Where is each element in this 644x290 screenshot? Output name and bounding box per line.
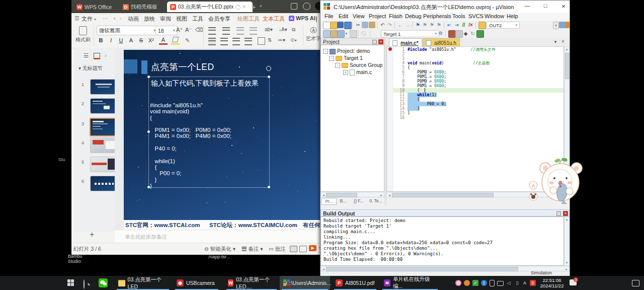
- menu-view[interactable]: 视图: [176, 15, 187, 23]
- find-in-files-icon[interactable]: [478, 22, 486, 29]
- rebuild-all-icon[interactable]: [337, 30, 345, 38]
- hamburger-icon[interactable]: ☰: [74, 15, 79, 22]
- new-tab-button[interactable]: ＋: [251, 3, 257, 12]
- wps-home-tab[interactable]: W WPS Office: [73, 2, 122, 12]
- code-line[interactable]: 12 {: [393, 97, 564, 102]
- navigate-back-icon[interactable]: ←: [397, 22, 404, 28]
- save-all-icon[interactable]: [344, 22, 352, 29]
- code-line[interactable]: 6 P0M0 = 0X00;: [393, 70, 564, 75]
- menu-slideshow[interactable]: 放映: [144, 15, 155, 23]
- restore-window-icon[interactable]: [291, 3, 297, 10]
- manage-target-icon[interactable]: ⚙: [437, 30, 444, 37]
- desktop-icon-label[interactable]: Bambu Studio: [68, 254, 83, 264]
- menu-tools[interactable]: 工具: [192, 15, 203, 23]
- code-line[interactable]: 5{: [393, 65, 564, 70]
- columns-icon[interactable]: ⧉: [292, 27, 295, 33]
- bookmark-next-icon[interactable]: ⚑: [429, 22, 435, 28]
- editor-close-icon[interactable]: ×: [561, 39, 565, 44]
- search-text-combo[interactable]: OUT2▾: [487, 22, 520, 29]
- tab-templates[interactable]: 0. Te...: [368, 198, 384, 204]
- slide-title[interactable]: 点亮第一个LED: [151, 61, 214, 73]
- decrease-font-icon[interactable]: A⁻: [185, 27, 192, 33]
- rotate-handle[interactable]: [266, 66, 271, 71]
- build-icon[interactable]: [330, 30, 338, 38]
- batch-build-caret[interactable]: ▾: [344, 30, 349, 37]
- taskbar-search-icon[interactable]: [84, 280, 85, 289]
- tray-usb-icon[interactable]: [490, 280, 495, 286]
- justify-icon[interactable]: [245, 38, 252, 45]
- skin-globe-icon[interactable]: [303, 3, 310, 10]
- copy-icon[interactable]: [362, 22, 368, 28]
- tray-volume-icon[interactable]: ◁: [506, 280, 512, 286]
- code-line[interactable]: 10 {: [393, 88, 564, 93]
- menu-more-icon[interactable]: ⋯: [103, 15, 108, 22]
- menu-drawing-tools[interactable]: 绘图工具: [237, 15, 260, 23]
- tree-item-main-c[interactable]: +main.c: [343, 69, 372, 76]
- strikethrough-button[interactable]: S: [137, 36, 145, 45]
- tab-books[interactable]: B...: [337, 198, 349, 204]
- open-file-icon[interactable]: [330, 22, 338, 29]
- debug-session-icon[interactable]: [455, 30, 463, 38]
- start-button[interactable]: [67, 279, 74, 286]
- nav-back-icon[interactable]: ‹: [114, 15, 116, 21]
- add-slide-button[interactable]: +: [90, 230, 94, 239]
- menu-debug[interactable]: Debug: [405, 13, 421, 19]
- menu-membership[interactable]: 会员专享: [208, 15, 230, 23]
- build-output-close-icon[interactable]: ×: [563, 211, 568, 216]
- slide-code-block[interactable]: #include "ai8051u.h" void main(void) { P…: [150, 102, 231, 189]
- save-icon[interactable]: [337, 22, 344, 28]
- outline-view-icon[interactable]: ☱: [84, 52, 89, 59]
- tray-mic-icon[interactable]: ▯: [514, 280, 520, 286]
- document-tab[interactable]: P 03.点亮第一个LED.pptx ◯ ×: [167, 2, 253, 12]
- wechat-icon[interactable]: [99, 278, 108, 287]
- smart-beautify-button[interactable]: ⊖ 智能美化 ▾: [204, 246, 235, 253]
- code-line[interactable]: 4void main(void) //主函数: [393, 61, 564, 65]
- toolbar-overflow-caret[interactable]: ▾: [553, 22, 559, 29]
- menu-review[interactable]: 审阅: [160, 15, 171, 23]
- menu-project[interactable]: Project: [369, 13, 386, 19]
- code-line[interactable]: 1#include "ai8051u.h" //调用头文件: [393, 47, 564, 52]
- editor-tab-main-c[interactable]: main.c*: [389, 38, 422, 47]
- tray-display-icon[interactable]: [497, 281, 504, 286]
- project-tree[interactable]: −Project: demo −Target 1 −Source Group 1…: [320, 45, 384, 192]
- pen-color-icon[interactable]: [565, 22, 570, 28]
- collapse-icon[interactable]: −: [323, 49, 328, 54]
- bookmark-prev-icon[interactable]: ⚑: [422, 22, 428, 28]
- selection-handle[interactable]: [268, 186, 270, 188]
- editor-tab-ai8051u-h[interactable]: ai8051u.h: [423, 38, 460, 47]
- menu-animation[interactable]: 动画: [128, 15, 139, 23]
- tab-project[interactable]: Pr...: [321, 198, 337, 205]
- menu-svcs[interactable]: SVCS: [468, 13, 484, 19]
- collapse-icon[interactable]: −: [335, 63, 340, 68]
- taskbar-item-usbcamera[interactable]: ◉ USBcamera: [173, 276, 220, 290]
- tree-item-source-group[interactable]: −Source Group 1: [335, 62, 384, 68]
- notification-message-icon[interactable]: 3: [570, 279, 577, 285]
- desktop-icon-label[interactable]: Stu: [58, 157, 65, 162]
- menu-flash[interactable]: Flash: [389, 13, 403, 19]
- tab-list-caret[interactable]: ▾: [260, 4, 262, 9]
- distribute-icon[interactable]: ⦶▾: [291, 37, 297, 43]
- menu-file[interactable]: File: [325, 13, 334, 19]
- numbered-list-icon[interactable]: [222, 27, 230, 35]
- menu-view[interactable]: View: [353, 13, 365, 19]
- tray-browser-icon[interactable]: [464, 280, 470, 286]
- build-output-header[interactable]: Build Output ×: [320, 209, 570, 216]
- slide-sorter-icon[interactable]: [299, 246, 307, 252]
- align-center-icon[interactable]: [220, 38, 228, 45]
- taskbar-item-folder[interactable]: 03.点亮第一个LED: [115, 276, 171, 290]
- flash-download-icon[interactable]: [448, 30, 456, 38]
- menu-wps-ai[interactable]: A WPS AI: [289, 15, 315, 21]
- code-line[interactable]: 14 }: [393, 106, 564, 111]
- taskbar-clock[interactable]: 22:51:06 2024/11/22: [537, 277, 567, 288]
- art-font-style-button[interactable]: Ⓐ 艺术字样: [306, 26, 321, 42]
- align-right-icon[interactable]: [232, 38, 240, 45]
- align-left-icon[interactable]: [208, 38, 216, 45]
- text-effect-button[interactable]: ✎: [183, 36, 192, 45]
- selection-handle[interactable]: [147, 76, 150, 78]
- tree-item-project[interactable]: −Project: demo: [323, 48, 370, 54]
- bookmark-toggle-icon[interactable]: ⚑: [415, 22, 421, 28]
- kit-diamond-icon[interactable]: ◆: [462, 30, 469, 37]
- text-direction-icon[interactable]: ab▾: [265, 27, 273, 32]
- desktop-icon-label[interactable]: Aiapp-tsr...: [208, 254, 230, 259]
- tree-item-target[interactable]: −Target 1: [329, 55, 363, 61]
